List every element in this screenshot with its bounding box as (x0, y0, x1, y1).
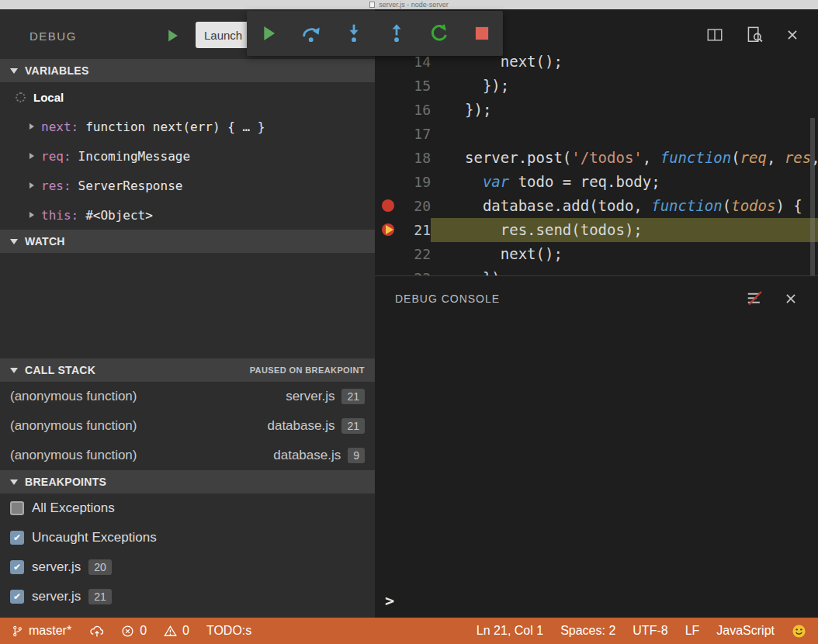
status-label: 0 (182, 624, 189, 638)
split-editor-button[interactable] (706, 26, 723, 43)
variable-row[interactable]: res:ServerResponse (0, 171, 375, 200)
call-stack-frame[interactable]: (anonymous function)database.js9 (0, 441, 375, 470)
debug-step-into-button[interactable] (340, 19, 368, 47)
call-stack-frame[interactable]: (anonymous function)database.js21 (0, 411, 375, 441)
code-token: var (483, 173, 509, 190)
breakpoint-row[interactable]: server.js21 (0, 582, 375, 611)
variables-list: next:function next(err) { … }req:Incomin… (0, 112, 375, 230)
variables-header-label: VARIABLES (25, 64, 89, 77)
debug-toolbar (247, 11, 503, 56)
code-line-15[interactable]: 15 }); (375, 74, 818, 98)
editor-scrollbar[interactable] (807, 9, 818, 275)
variables-section-header[interactable]: VARIABLES (0, 59, 375, 82)
code-lines: 14 next();15 });16});1718server.post('/t… (375, 50, 818, 275)
search-file-button[interactable] (745, 26, 764, 43)
gutter-glyph (375, 122, 401, 146)
status-warnings[interactable]: 0 (155, 618, 198, 644)
code-line-22[interactable]: 22 next(); (375, 242, 818, 266)
variable-row[interactable]: this:#<Object> (0, 200, 375, 230)
code-line-23[interactable]: 23 }); (375, 266, 818, 275)
variable-name: next: (41, 119, 78, 134)
code-line-19[interactable]: 19 var todo = req.body; (375, 170, 818, 194)
window-titlebar: server.js - node-server (0, 0, 818, 9)
status-language-mode[interactable]: JavaScript (708, 618, 783, 644)
breakpoint-checkbox[interactable] (10, 560, 24, 574)
debug-console-actions (745, 290, 798, 307)
expand-arrow-icon (29, 123, 34, 130)
pause-reason-label: PAUSED ON BREAKPOINT (250, 365, 365, 375)
code-line-20[interactable]: 20 database.add(todo, function(todos) { (375, 194, 818, 218)
breakpoint-row[interactable]: All Exceptions (0, 493, 375, 523)
code-token: ) { (775, 197, 802, 214)
status-encoding[interactable]: UTF-8 (624, 618, 676, 644)
breakpoint-row[interactable]: Uncaught Exceptions (0, 523, 375, 552)
code-line-17[interactable]: 17 (375, 122, 818, 146)
close-panel-button[interactable] (784, 292, 798, 306)
status-label: 0 (140, 624, 147, 638)
variable-name: res: (41, 178, 71, 193)
call-stack-section-header[interactable]: CALL STACK PAUSED ON BREAKPOINT (0, 358, 375, 382)
gutter-glyph (375, 98, 401, 122)
status-publish[interactable] (80, 618, 113, 644)
code-line-16[interactable]: 16}); (375, 98, 818, 122)
status-git-branch[interactable]: master* (3, 618, 80, 644)
gutter-glyph (375, 218, 401, 242)
variable-row[interactable]: next:function next(err) { … } (0, 112, 375, 141)
breakpoint-icon[interactable] (382, 199, 394, 212)
code-token: ( (723, 197, 731, 214)
line-text: server.post('/todos', function(req, res,… (431, 146, 818, 170)
line-number: 23 (401, 270, 431, 275)
frame-line-badge: 21 (341, 389, 365, 404)
frame-name: (anonymous function) (10, 389, 286, 404)
gutter-glyph (375, 74, 401, 98)
clear-console-button[interactable] (745, 290, 764, 307)
scrollbar-thumb[interactable] (810, 118, 815, 275)
step-into-icon (344, 23, 364, 43)
status-feedback[interactable] (783, 618, 815, 644)
debug-continue-button[interactable] (255, 19, 282, 47)
breakpoint-checkbox[interactable] (10, 501, 24, 515)
line-number: 17 (401, 126, 431, 142)
debug-restart-button[interactable] (425, 19, 453, 47)
debug-step-out-button[interactable] (383, 19, 411, 47)
collapse-icon (10, 368, 18, 373)
scope-label: Local (33, 91, 64, 104)
status-indentation[interactable]: Spaces: 2 (552, 618, 624, 644)
status-bar: master*00TODO:s Ln 21, Col 1Spaces: 2UTF… (0, 618, 818, 644)
breakpoints-list: All ExceptionsUncaught Exceptionsserver.… (0, 493, 375, 611)
start-debug-button[interactable] (163, 26, 182, 45)
line-text: var todo = req.body; (431, 170, 818, 194)
frame-name: (anonymous function) (10, 418, 267, 434)
line-text: next(); (431, 242, 818, 266)
frame-line-badge: 21 (341, 418, 365, 434)
variable-value: IncomingMessage (78, 149, 191, 164)
status-eol[interactable]: LF (677, 618, 709, 644)
call-stack-frame[interactable]: (anonymous function)server.js21 (0, 382, 375, 411)
console-prompt[interactable]: > (385, 591, 394, 610)
code-token: todo = req.body; (509, 173, 660, 190)
launch-config-label: Launch (204, 29, 242, 42)
line-number: 18 (401, 150, 431, 166)
code-line-18[interactable]: 18server.post('/todos', function(req, re… (375, 146, 818, 170)
status-todo-extension[interactable]: TODO:s (198, 618, 260, 644)
status-errors[interactable]: 0 (113, 618, 155, 644)
code-token: function (651, 197, 723, 214)
watch-section-header[interactable]: WATCH (0, 230, 375, 253)
frame-file: database.js (267, 418, 334, 434)
code-token: server.post( (465, 149, 571, 166)
collapse-icon (10, 480, 18, 485)
status-label: LF (685, 624, 700, 638)
breakpoint-row[interactable]: server.js20 (0, 552, 375, 582)
status-cursor-position[interactable]: Ln 21, Col 1 (468, 618, 552, 644)
code-line-21[interactable]: 21 res.send(todos); (375, 218, 818, 242)
variable-row[interactable]: req:IncomingMessage (0, 141, 375, 171)
close-editor-button[interactable] (785, 26, 799, 43)
status-label: JavaScript (716, 624, 775, 638)
debug-stop-button[interactable] (468, 19, 496, 47)
debug-step-over-button[interactable] (297, 19, 325, 47)
line-text (431, 122, 818, 146)
breakpoints-section-header[interactable]: BREAKPOINTS (0, 470, 375, 493)
scope-row-local[interactable]: Local (0, 82, 375, 112)
breakpoint-checkbox[interactable] (10, 590, 24, 604)
breakpoint-checkbox[interactable] (10, 531, 24, 545)
